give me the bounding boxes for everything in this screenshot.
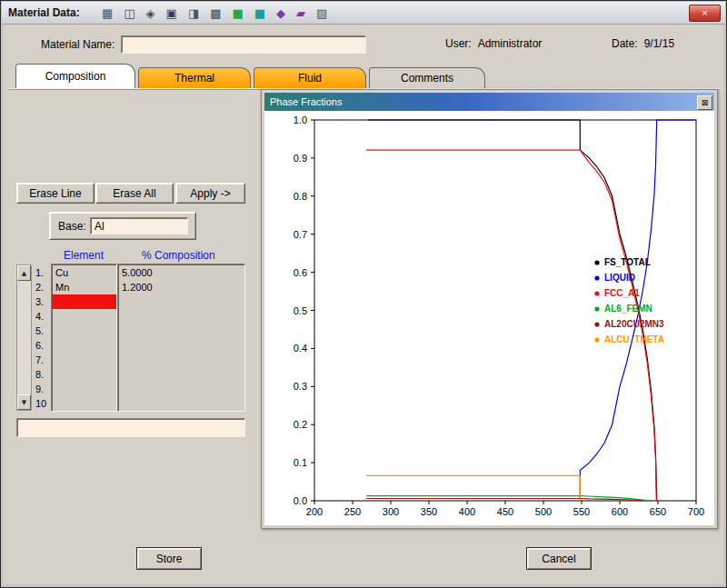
row-number: 1. [35, 265, 46, 280]
composition-list[interactable]: 5.00001.2000 [117, 264, 245, 412]
green-tool-icon[interactable]: ■ [232, 7, 243, 19]
svg-text:400: 400 [459, 506, 475, 517]
svg-text:FS_TOTAL: FS_TOTAL [604, 257, 651, 267]
svg-text:0.0: 0.0 [294, 495, 307, 506]
composition-cell[interactable] [118, 382, 244, 396]
svg-text:0.4: 0.4 [294, 343, 307, 354]
magenta-bar-icon[interactable]: ▰ [296, 7, 305, 19]
phase-window-close-icon[interactable]: ⊠ [697, 95, 712, 110]
svg-text:300: 300 [383, 506, 399, 517]
composition-entry-input[interactable] [16, 418, 245, 437]
row-number: 7. [35, 353, 46, 367]
svg-text:250: 250 [344, 506, 361, 517]
row-scrollbar[interactable]: ▲ ▼ [16, 264, 32, 411]
element-cell[interactable] [52, 353, 116, 367]
composition-cell[interactable] [118, 353, 244, 367]
composition-cell[interactable]: 1.2000 [118, 280, 244, 294]
material-name-group: Material Name: [41, 35, 366, 54]
element-cell[interactable] [52, 294, 116, 309]
date-value: 9/1/15 [644, 37, 674, 50]
tab-thermal[interactable]: Thermal [138, 67, 251, 88]
date-group: Date: 9/1/15 [612, 37, 674, 50]
row-numbers: 1.2.3.4.5.6.7.8.9.10 [35, 265, 46, 411]
scroll-down-icon[interactable]: ▼ [17, 394, 31, 410]
table-icon[interactable]: ▣ [166, 7, 177, 19]
row-number: 10 [35, 396, 46, 411]
tab-composition[interactable]: Composition [15, 64, 135, 88]
window-split-icon[interactable]: ◫ [124, 7, 134, 19]
base-group: Base: [49, 212, 196, 240]
element-cell[interactable]: Cu [52, 265, 116, 280]
composition-cell[interactable] [118, 338, 244, 353]
element-cell[interactable] [52, 382, 116, 396]
material-name-input[interactable] [121, 35, 366, 54]
svg-text:1.0: 1.0 [294, 115, 307, 125]
svg-text:0.7: 0.7 [294, 229, 307, 240]
element-cell[interactable] [52, 309, 116, 324]
element-column-header: Element [64, 249, 104, 262]
grid-icon[interactable]: ▦ [102, 7, 113, 19]
composition-column-header: % Composition [142, 249, 215, 262]
purple-diamond-icon[interactable]: ◆ [276, 7, 285, 19]
element-cell[interactable] [52, 367, 116, 382]
row-number: 8. [35, 367, 46, 382]
user-label: User: [445, 37, 472, 50]
titlebar-icons: ▦◫◈▣◨▩■■◆▰▨ [102, 4, 327, 22]
shade-icon[interactable]: ▨ [316, 7, 327, 19]
row-number: 2. [35, 280, 46, 294]
svg-text:LIQUID: LIQUID [604, 273, 635, 283]
phase-close-glyph: ⊠ [702, 98, 709, 107]
scroll-up-icon[interactable]: ▲ [17, 265, 31, 281]
phase-window-titlebar[interactable]: Phase Fractions ⊠ [264, 93, 714, 111]
user-value: Administrator [478, 37, 543, 50]
composition-cell[interactable]: 5.0000 [118, 265, 244, 280]
apply-button[interactable]: Apply -> [175, 183, 245, 204]
title-bar[interactable]: Material Data: ▦◫◈▣◨▩■■◆▰▨ × [2, 2, 725, 25]
half-box-icon[interactable]: ◨ [188, 7, 199, 19]
scroll-up-glyph: ▲ [22, 270, 26, 277]
store-button[interactable]: Store [136, 547, 202, 570]
close-icon: × [702, 8, 707, 18]
cancel-label: Cancel [542, 553, 575, 565]
base-label: Base: [58, 220, 86, 233]
tab-strip: Composition Thermal Fluid Comments [15, 65, 485, 88]
composition-cell[interactable] [118, 309, 244, 324]
svg-text:0.8: 0.8 [294, 191, 307, 202]
erase-line-button[interactable]: Erase Line [16, 183, 95, 204]
svg-text:0.1: 0.1 [294, 457, 307, 468]
material-data-window: Material Data: ▦◫◈▣◨▩■■◆▰▨ × Material Na… [0, 0, 727, 588]
move-icon[interactable]: ◈ [146, 7, 155, 19]
tab-fluid[interactable]: Fluid [254, 67, 366, 88]
row-number: 6. [35, 338, 46, 353]
composition-cell[interactable] [118, 367, 244, 382]
material-name-label: Material Name: [41, 38, 115, 51]
user-group: User: Administrator [445, 37, 542, 50]
apply-label: Apply -> [190, 187, 230, 200]
svg-text:FCC_A1: FCC_A1 [604, 288, 640, 298]
erase-all-button[interactable]: Erase All [95, 183, 174, 204]
svg-text:200: 200 [306, 506, 323, 517]
row-number: 3. [35, 294, 46, 309]
close-button[interactable]: × [689, 5, 721, 22]
base-input[interactable] [90, 217, 188, 234]
element-cell[interactable] [52, 338, 116, 353]
teal-tool-icon[interactable]: ■ [254, 7, 265, 19]
cancel-button[interactable]: Cancel [526, 547, 592, 570]
phase-chart: 2002503003504004505005506006507000.00.10… [264, 111, 714, 525]
hatch-icon[interactable]: ▩ [210, 7, 221, 19]
svg-text:500: 500 [535, 506, 552, 517]
phase-fractions-window[interactable]: Phase Fractions ⊠ 2002503003504004505005… [261, 89, 718, 529]
composition-cell[interactable] [118, 396, 244, 411]
element-cell[interactable] [52, 396, 116, 411]
tab-comments[interactable]: Comments [369, 67, 485, 88]
element-cell[interactable]: Mn [52, 280, 116, 294]
svg-text:0.5: 0.5 [294, 305, 307, 316]
element-cell[interactable] [52, 324, 116, 338]
tab-composition-label: Composition [45, 70, 106, 83]
element-list[interactable]: CuMn [51, 264, 117, 412]
tab-thermal-label: Thermal [174, 72, 214, 85]
svg-text:AL6_FEMN: AL6_FEMN [604, 304, 652, 314]
composition-cell[interactable] [118, 324, 244, 338]
date-label: Date: [612, 37, 638, 50]
composition-cell[interactable] [118, 294, 244, 309]
